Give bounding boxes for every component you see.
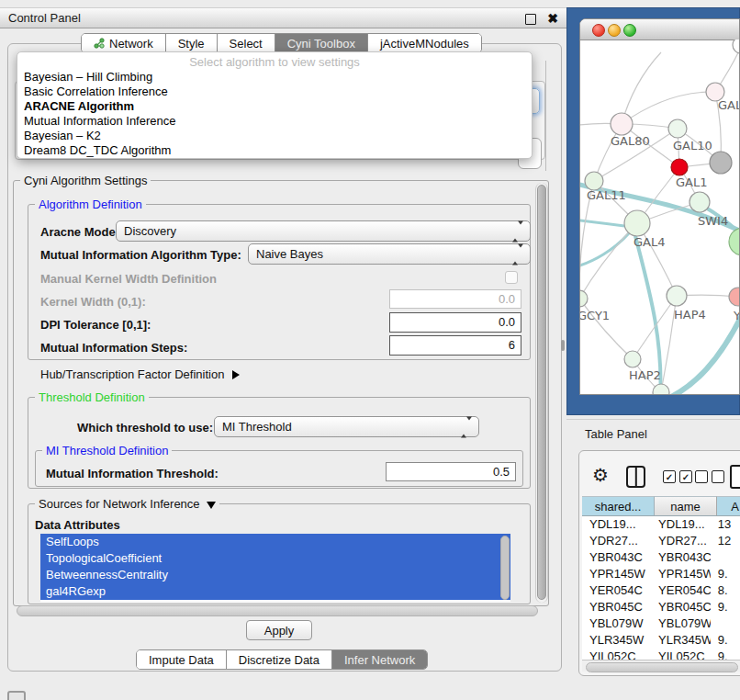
column-header-name[interactable]: name: [655, 496, 717, 516]
network-node-gal10[interactable]: [668, 119, 687, 138]
mi-steps-field[interactable]: 6: [389, 335, 521, 356]
table-row[interactable]: YPR145WYPR145W9.: [582, 566, 740, 582]
network-node[interactable]: [653, 384, 669, 395]
splitpane-handle[interactable]: [561, 340, 565, 351]
float-panel-icon[interactable]: [525, 14, 536, 25]
network-edge[interactable]: [580, 299, 633, 359]
apply-button[interactable]: Apply: [246, 620, 312, 640]
which-threshold-select[interactable]: MI Threshold: [214, 416, 479, 437]
deselect-all-checkboxes-icon[interactable]: [695, 470, 724, 483]
tab-select[interactable]: Select: [218, 34, 275, 52]
table-row[interactable]: YDL19...YDL19...13: [582, 516, 740, 533]
mi-algorithm-type-label: Mutual Information Algorithm Type:: [40, 248, 241, 262]
algorithm-option-dream8-dc-tdc-algorithm[interactable]: Dream8 DC_TDC Algorithm: [17, 143, 532, 158]
settings-horizontal-scrollbar[interactable]: [17, 605, 538, 616]
dpi-tolerance-field[interactable]: 0.0: [389, 312, 521, 333]
node-label: GCY1: [580, 309, 610, 322]
network-node-gal4[interactable]: [624, 210, 650, 236]
minimize-window-icon[interactable]: [608, 24, 621, 37]
collapse-down-icon[interactable]: [207, 502, 216, 509]
table-cell: YPR145W: [651, 566, 711, 582]
network-window-titlebar[interactable]: [580, 19, 739, 40]
sources-group-toggle[interactable]: Sources for Network Inference: [35, 497, 219, 511]
tab-label: jActiveMNodules: [380, 37, 469, 51]
tab-label: Cyni Toolbox: [287, 37, 355, 51]
manual-kernel-width-checkbox[interactable]: [505, 271, 518, 284]
attribute-item-topologicalcoefficient[interactable]: TopologicalCoefficient: [40, 550, 510, 567]
expand-right-icon[interactable]: [232, 370, 240, 379]
unchecked-box-icon: [695, 470, 708, 483]
tab-discretize-data[interactable]: Discretize Data: [227, 650, 332, 669]
mi-algorithm-type-value: Naive Bayes: [256, 247, 323, 261]
tab-infer-network[interactable]: Infer Network: [332, 650, 427, 669]
algorithm-option-basic-correlation-inference[interactable]: Basic Correlation Inference: [17, 85, 532, 99]
network-node[interactable]: [710, 152, 732, 174]
algorithm-dropdown[interactable]: Select algorithm to view settings Bayesi…: [17, 51, 533, 159]
table-cell: YDL19...: [582, 516, 651, 533]
network-edge[interactable]: [633, 296, 677, 359]
cyni-mode-tabbar: Impute DataDiscretize DataInfer Network: [136, 649, 428, 670]
network-node[interactable]: [733, 40, 740, 53]
table-row[interactable]: YBR043CYBR043C: [582, 549, 740, 566]
network-edge[interactable]: [622, 92, 715, 124]
data-attributes-label: Data Attributes: [35, 518, 120, 532]
network-node-gal80[interactable]: [611, 113, 633, 135]
table-function-icon[interactable]: [730, 465, 740, 489]
attributes-scrollbar[interactable]: [500, 536, 510, 600]
table-settings-gear-icon[interactable]: ⚙: [592, 464, 609, 486]
column-header-shared[interactable]: shared...: [582, 496, 655, 516]
data-attributes-list[interactable]: SelfLoopsTopologicalCoefficientBetweenne…: [40, 534, 510, 602]
table-row[interactable]: YLR345WYLR345W9.: [582, 632, 740, 649]
algorithm-option-aracne-algorithm[interactable]: ARACNE Algorithm: [17, 99, 532, 114]
node-label: GAL11: [587, 188, 626, 202]
table-horizontal-scrollbar[interactable]: [582, 660, 740, 672]
network-node-hap2[interactable]: [624, 351, 641, 367]
table-row[interactable]: YER054CYER054C8.: [582, 582, 740, 599]
network-edge[interactable]: [622, 52, 661, 124]
aracne-mode-select[interactable]: Discovery: [116, 220, 531, 242]
select-all-checkboxes-icon[interactable]: ✓ ✓: [663, 470, 692, 483]
zoom-window-icon[interactable]: [623, 24, 636, 37]
network-node-swi4[interactable]: [690, 192, 710, 212]
tab-jactivemnodules[interactable]: jActiveMNodules: [368, 34, 481, 52]
algorithm-option-bayesian-hill-climbing[interactable]: Bayesian – Hill Climbing: [17, 70, 532, 85]
table-row[interactable]: YBR045CYBR045C9.: [582, 599, 740, 615]
table-cell: YER054C: [582, 582, 651, 599]
attribute-item-selfloops[interactable]: SelfLoops: [40, 534, 510, 550]
algorithm-option-bayesian-k2[interactable]: Bayesian – K2: [17, 129, 532, 143]
minimized-panel-icon[interactable]: [7, 691, 26, 700]
table-row[interactable]: YIL052CYIL052C9.: [582, 649, 740, 660]
table-row[interactable]: YDR27...YDR27...12: [582, 533, 740, 549]
tab-cyni-toolbox[interactable]: Cyni Toolbox: [275, 34, 368, 52]
tab-style[interactable]: Style: [166, 34, 218, 52]
close-window-icon[interactable]: [592, 24, 605, 37]
settings-vertical-scrollbar[interactable]: [535, 183, 548, 603]
algorithm-option-mutual-information-inference[interactable]: Mutual Information Inference: [17, 114, 532, 129]
table-cell: YER054C: [651, 582, 711, 599]
table-cell: 9.: [711, 599, 740, 615]
hub-definition-toggle[interactable]: Hub/Transcription Factor Definition: [40, 367, 240, 381]
table-cell: YIL052C: [651, 649, 711, 660]
table-cell: YPR145W: [582, 566, 651, 582]
mi-threshold-definition-label: MI Threshold Definition: [42, 444, 172, 457]
split-columns-icon[interactable]: [626, 466, 645, 488]
tab-impute-data[interactable]: Impute Data: [137, 650, 227, 669]
network-node-gal1[interactable]: [671, 159, 688, 175]
stepper-arrows-icon: [512, 224, 523, 238]
network-canvas[interactable]: GALGAL80GAL10GAL1GAL11SWI4GAL4GCY1HAP4YH…: [580, 40, 740, 395]
network-node-gcy1[interactable]: [580, 290, 588, 307]
column-header-a[interactable]: A: [717, 496, 740, 516]
attribute-item-betweennesscentrality[interactable]: BetweennessCentrality: [40, 567, 510, 583]
network-window[interactable]: GALGAL80GAL10GAL1GAL11SWI4GAL4GCY1HAP4YH…: [579, 18, 740, 395]
attribute-item-gal4rgexp[interactable]: gal4RGexp: [40, 583, 510, 600]
kernel-width-field[interactable]: 0.0: [389, 289, 521, 309]
network-node-gal11[interactable]: [585, 172, 603, 190]
network-node-hap4[interactable]: [667, 286, 687, 306]
network-node[interactable]: [729, 228, 740, 255]
mi-threshold-field[interactable]: 0.5: [386, 462, 516, 481]
network-node-y[interactable]: [729, 288, 740, 306]
table-row[interactable]: YBL079WYBL079W: [582, 615, 740, 632]
mi-algorithm-type-select[interactable]: Naive Bayes: [248, 243, 531, 265]
close-panel-icon[interactable]: ✖: [547, 10, 558, 27]
tab-network[interactable]: Network: [82, 34, 166, 52]
